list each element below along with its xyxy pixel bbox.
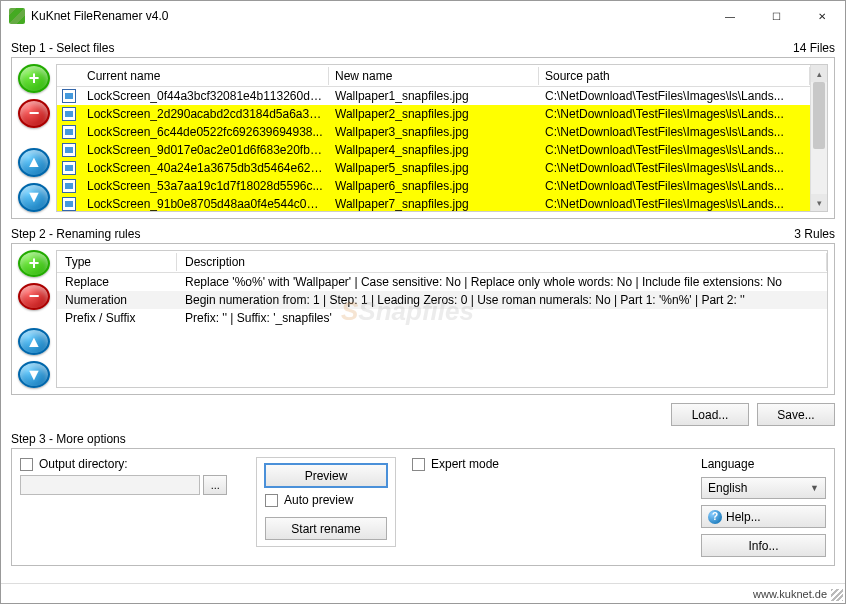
step2-count: 3 Rules — [794, 227, 835, 241]
scroll-thumb[interactable] — [813, 82, 825, 149]
rule-row[interactable]: Prefix / SuffixPrefix: '' | Suffix: '_sn… — [57, 309, 827, 327]
table-row[interactable]: LockScreen_9d017e0ac2e01d6f683e20fbe...W… — [57, 141, 810, 159]
cell-current-name: LockScreen_9d017e0ac2e01d6f683e20fbe... — [81, 142, 329, 158]
file-icon — [62, 143, 76, 157]
close-button[interactable]: ✕ — [799, 1, 845, 31]
file-icon — [62, 197, 76, 211]
cell-rule-desc: Replace '%o%' with 'Wallpaper' | Case se… — [177, 274, 827, 290]
help-button[interactable]: ? Help... — [701, 505, 826, 528]
cell-source-path: C:\NetDownload\TestFiles\Images\ls\Lands… — [539, 178, 810, 194]
statusbar: www.kuknet.de — [1, 583, 845, 603]
cell-source-path: C:\NetDownload\TestFiles\Images\ls\Lands… — [539, 142, 810, 158]
preview-button[interactable]: Preview — [265, 464, 387, 487]
cell-new-name: Wallpaper4_snapfiles.jpg — [329, 142, 539, 158]
scroll-up-arrow[interactable]: ▴ — [811, 65, 827, 82]
step1-count: 14 Files — [793, 41, 835, 55]
scroll-down-arrow[interactable]: ▾ — [811, 194, 827, 211]
start-rename-button[interactable]: Start rename — [265, 517, 387, 540]
output-dir-checkbox[interactable] — [20, 458, 33, 471]
file-icon — [62, 107, 76, 121]
table-row[interactable]: LockScreen_53a7aa19c1d7f18028d5596c...Wa… — [57, 177, 810, 195]
cell-source-path: C:\NetDownload\TestFiles\Images\ls\Lands… — [539, 106, 810, 122]
table-row[interactable]: LockScreen_91b0e8705d48aa0f4e544c08...Wa… — [57, 195, 810, 211]
language-label: Language — [701, 457, 826, 471]
expert-mode-label: Expert mode — [431, 457, 499, 471]
save-rules-button[interactable]: Save... — [757, 403, 835, 426]
col-rule-desc[interactable]: Description — [177, 253, 827, 271]
col-new-name[interactable]: New name — [329, 67, 539, 85]
rule-move-up-button[interactable]: ▲ — [18, 328, 50, 355]
chevron-down-icon: ▼ — [810, 483, 819, 493]
rule-row[interactable]: ReplaceReplace '%o%' with 'Wallpaper' | … — [57, 273, 827, 291]
step2-label: Step 2 - Renaming rules — [11, 227, 140, 241]
cell-current-name: LockScreen_91b0e8705d48aa0f4e544c08... — [81, 196, 329, 211]
cell-current-name: LockScreen_40a24e1a3675db3d5464e628... — [81, 160, 329, 176]
files-scrollbar[interactable]: ▴ ▾ — [810, 65, 827, 211]
cell-new-name: Wallpaper7_snapfiles.jpg — [329, 196, 539, 211]
cell-current-name: LockScreen_2d290acabd2cd3184d5a6a31... — [81, 106, 329, 122]
cell-current-name: LockScreen_0f44a3bcf32081e4b113260d5... — [81, 88, 329, 104]
move-up-button[interactable]: ▲ — [18, 148, 50, 177]
language-value: English — [708, 481, 747, 495]
output-dir-input[interactable] — [20, 475, 200, 495]
cell-new-name: Wallpaper6_snapfiles.jpg — [329, 178, 539, 194]
load-rules-button[interactable]: Load... — [671, 403, 749, 426]
titlebar: KuKnet FileRenamer v4.0 — ☐ ✕ — [1, 1, 845, 31]
remove-files-button[interactable]: − — [18, 99, 50, 128]
col-current-name[interactable]: Current name — [81, 67, 329, 85]
cell-current-name: LockScreen_53a7aa19c1d7f18028d5596c... — [81, 178, 329, 194]
help-icon: ? — [708, 510, 722, 524]
cell-source-path: C:\NetDownload\TestFiles\Images\ls\Lands… — [539, 88, 810, 104]
file-icon — [62, 89, 76, 103]
resize-grip[interactable] — [831, 589, 843, 601]
cell-rule-type: Prefix / Suffix — [57, 310, 177, 326]
output-dir-label: Output directory: — [39, 457, 128, 471]
window-controls: — ☐ ✕ — [707, 1, 845, 31]
expert-mode-checkbox[interactable] — [412, 458, 425, 471]
col-source-path[interactable]: Source path — [539, 67, 810, 85]
auto-preview-checkbox[interactable] — [265, 494, 278, 507]
file-icon — [62, 179, 76, 193]
cell-source-path: C:\NetDownload\TestFiles\Images\ls\Lands… — [539, 196, 810, 211]
files-table[interactable]: Current name New name Source path LockSc… — [56, 64, 828, 212]
rule-row[interactable]: NumerationBegin numeration from: 1 | Ste… — [57, 291, 827, 309]
table-row[interactable]: LockScreen_0f44a3bcf32081e4b113260d5...W… — [57, 87, 810, 105]
statusbar-url[interactable]: www.kuknet.de — [753, 588, 827, 600]
browse-button[interactable]: ... — [203, 475, 227, 495]
col-rule-type[interactable]: Type — [57, 253, 177, 271]
app-icon — [9, 8, 25, 24]
rules-table[interactable]: Type Description ReplaceReplace '%o%' wi… — [56, 250, 828, 388]
cell-new-name: Wallpaper3_snapfiles.jpg — [329, 124, 539, 140]
table-row[interactable]: LockScreen_6c44de0522fc692639694938...Wa… — [57, 123, 810, 141]
rule-move-down-button[interactable]: ▼ — [18, 361, 50, 388]
table-row[interactable]: LockScreen_2d290acabd2cd3184d5a6a31...Wa… — [57, 105, 810, 123]
cell-new-name: Wallpaper5_snapfiles.jpg — [329, 160, 539, 176]
cell-rule-desc: Prefix: '' | Suffix: '_snapfiles' — [177, 310, 827, 326]
step1-label: Step 1 - Select files — [11, 41, 114, 55]
cell-rule-desc: Begin numeration from: 1 | Step: 1 | Lea… — [177, 292, 827, 308]
step2-panel: + − ▲ ▼ Type Description ReplaceReplace … — [11, 243, 835, 395]
add-files-button[interactable]: + — [18, 64, 50, 93]
info-button[interactable]: Info... — [701, 534, 826, 557]
cell-source-path: C:\NetDownload\TestFiles\Images\ls\Lands… — [539, 160, 810, 176]
step3-panel: Output directory: ... Preview Auto previ… — [11, 448, 835, 566]
window-title: KuKnet FileRenamer v4.0 — [31, 9, 168, 23]
table-row[interactable]: LockScreen_40a24e1a3675db3d5464e628...Wa… — [57, 159, 810, 177]
step3-label: Step 3 - More options — [11, 432, 126, 446]
cell-source-path: C:\NetDownload\TestFiles\Images\ls\Lands… — [539, 124, 810, 140]
file-icon — [62, 125, 76, 139]
step1-panel: + − ▲ ▼ Current name New name Source pat… — [11, 57, 835, 219]
cell-rule-type: Replace — [57, 274, 177, 290]
move-down-button[interactable]: ▼ — [18, 183, 50, 212]
minimize-button[interactable]: — — [707, 1, 753, 31]
cell-rule-type: Numeration — [57, 292, 177, 308]
add-rule-button[interactable]: + — [18, 250, 50, 277]
language-select[interactable]: English ▼ — [701, 477, 826, 499]
cell-new-name: Wallpaper1_snapfiles.jpg — [329, 88, 539, 104]
cell-current-name: LockScreen_6c44de0522fc692639694938... — [81, 124, 329, 140]
cell-new-name: Wallpaper2_snapfiles.jpg — [329, 106, 539, 122]
auto-preview-label: Auto preview — [284, 493, 353, 507]
remove-rule-button[interactable]: − — [18, 283, 50, 310]
maximize-button[interactable]: ☐ — [753, 1, 799, 31]
file-icon — [62, 161, 76, 175]
